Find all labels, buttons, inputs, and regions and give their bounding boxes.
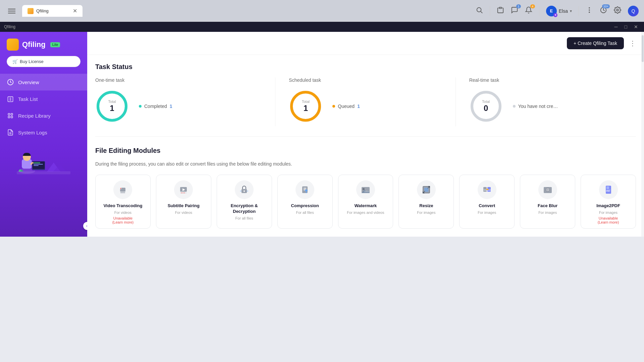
- message-icon[interactable]: 1: [511, 6, 518, 15]
- scheduled-task-stats: Queued 1: [332, 104, 360, 109]
- minimize-button[interactable]: ─: [612, 23, 620, 30]
- realtime-task-circle-area: Total 0 You have not cre…: [469, 89, 623, 123]
- video-transcoding-desc: For videos: [114, 210, 131, 215]
- completed-dot: [139, 105, 142, 108]
- sidebar-item-recipe-library[interactable]: Recipe Library: [0, 107, 87, 124]
- sidebar: Qfiling Lite 🛒 Buy License Overview Task…: [0, 32, 87, 237]
- history-badge: 10+: [602, 4, 610, 8]
- svg-rect-16: [11, 116, 13, 118]
- task-list-icon: [7, 95, 14, 103]
- content-area: Task Status One-time task Total: [87, 55, 644, 237]
- module-face-blur[interactable]: Face Blur For images: [520, 175, 575, 229]
- one-time-task-stats: Completed 1: [139, 104, 172, 109]
- cart-icon: 🛒: [12, 59, 18, 64]
- watermark-icon: WM: [356, 180, 375, 199]
- svg-rect-27: [17, 171, 70, 174]
- completed-label: Completed: [144, 104, 167, 109]
- svg-rect-2: [499, 7, 501, 9]
- video-transcoding-learn-more[interactable]: (Learn more): [112, 220, 134, 224]
- buy-license-button[interactable]: 🛒 Buy License: [7, 56, 80, 67]
- separator-3: [579, 6, 579, 16]
- module-image2pdf[interactable]: PDF Image2PDF For images Unavailable (Le…: [581, 175, 636, 229]
- image2pdf-learn-more[interactable]: (Learn more): [598, 220, 619, 224]
- queued-value: 1: [357, 104, 360, 109]
- sidebar-item-task-list[interactable]: Task List: [0, 90, 87, 107]
- sidebar-item-overview[interactable]: Overview: [0, 74, 87, 90]
- encryption-decryption-name: Encryption & Decryption: [220, 203, 268, 215]
- module-compression[interactable]: Compression For all files: [277, 175, 333, 229]
- svg-rect-14: [11, 113, 13, 115]
- convert-icon: IMG IMG: [478, 180, 496, 199]
- buy-license-label: Buy License: [20, 59, 44, 64]
- scheduled-task-circle-area: Total 1 Queued 1: [289, 89, 442, 123]
- svg-rect-24: [34, 163, 40, 163]
- svg-point-7: [616, 9, 619, 11]
- browser-toolbar: 1 4 E ★ Elsa ▾ 10+ Q: [476, 6, 639, 16]
- subtitle-pairing-icon: [174, 180, 193, 199]
- header-more-button[interactable]: ⋮: [629, 39, 636, 47]
- browser-tab[interactable]: Qfiling ✕: [22, 5, 83, 17]
- svg-text:PDF: PDF: [606, 190, 610, 192]
- module-resize[interactable]: Resize For images: [398, 175, 454, 229]
- browser-chrome: Qfiling ✕ 1 4 E ★ Elsa ▾: [0, 0, 644, 22]
- module-subtitle-pairing[interactable]: Subtitle Pairing For videos: [156, 175, 211, 229]
- main-content: + Create Qfiling Task ⋮ Task Status One-…: [87, 32, 644, 237]
- modules-description: During the filing process, you can also …: [95, 161, 636, 167]
- title-bar-text: Qfiling: [4, 24, 15, 29]
- scheduled-task-circle: Total 1: [289, 89, 322, 123]
- image2pdf-unavailable[interactable]: Unavailable: [599, 216, 618, 220]
- lite-badge: Lite: [50, 42, 60, 47]
- realtime-task-stats: You have not cre…: [513, 104, 558, 109]
- bell-icon[interactable]: 4: [525, 6, 532, 15]
- search-icon[interactable]: [476, 6, 483, 15]
- face-blur-desc: For images: [538, 210, 557, 215]
- realtime-task-label: Real-time task: [469, 77, 623, 83]
- convert-name: Convert: [479, 203, 495, 209]
- queued-stat: Queued 1: [332, 104, 360, 109]
- watermark-name: Watermark: [355, 203, 377, 209]
- overview-icon: [7, 78, 14, 86]
- sidebar-item-label-recipe-library: Recipe Library: [18, 113, 51, 119]
- task-status-grid: One-time task Total 1: [95, 77, 636, 126]
- scrollbar-track[interactable]: [641, 32, 644, 237]
- module-watermark[interactable]: WM Watermark For images and videos: [338, 175, 393, 229]
- compression-name: Compression: [291, 203, 319, 209]
- svg-point-35: [120, 188, 121, 189]
- close-button[interactable]: ✕: [632, 23, 640, 30]
- face-blur-name: Face Blur: [538, 203, 557, 209]
- module-video-transcoding[interactable]: Video Transcoding For videos Unavailable…: [95, 175, 151, 229]
- module-convert[interactable]: IMG IMG Convert For images: [459, 175, 515, 229]
- video-transcoding-icon: [113, 180, 132, 199]
- video-transcoding-unavailable[interactable]: Unavailable: [113, 216, 132, 220]
- tab-close-button[interactable]: ✕: [73, 8, 77, 14]
- sidebar-nav: Overview Task List Recipe Library System…: [0, 74, 87, 141]
- one-time-task-column: One-time task Total 1: [95, 77, 275, 126]
- user-section[interactable]: E ★ Elsa ▾: [546, 6, 572, 16]
- svg-rect-25: [34, 164, 43, 165]
- create-task-button[interactable]: + Create Qfiling Task: [567, 37, 624, 49]
- sidebar-item-system-logs[interactable]: System Logs: [0, 124, 87, 141]
- scrollbar-thumb[interactable]: [642, 35, 644, 62]
- svg-point-5: [589, 12, 590, 13]
- modules-grid: Video Transcoding For videos Unavailable…: [95, 175, 636, 229]
- user-profile-icon[interactable]: Q: [628, 6, 639, 16]
- svg-rect-26: [34, 165, 39, 166]
- crown-badge: ★: [553, 13, 557, 17]
- svg-point-4: [589, 10, 590, 10]
- message-badge: 1: [516, 4, 521, 8]
- scheduled-task-label: Scheduled task: [289, 77, 442, 83]
- face-blur-icon: [538, 180, 557, 199]
- module-encryption-decryption[interactable]: Encryption & Decryption For all files: [217, 175, 272, 229]
- realtime-task-circle: Total 0: [469, 89, 503, 123]
- user-name: Elsa: [559, 8, 568, 14]
- user-avatar: E ★: [546, 6, 557, 16]
- app-logo: [7, 39, 19, 51]
- settings-icon[interactable]: [614, 6, 621, 15]
- browser-menu-button[interactable]: [5, 6, 18, 16]
- history-icon[interactable]: 10+: [600, 6, 607, 15]
- svg-rect-44: [244, 191, 245, 192]
- system-logs-icon: [7, 129, 14, 136]
- maximize-button[interactable]: □: [623, 23, 629, 30]
- more-icon[interactable]: [586, 6, 593, 15]
- clipboard-icon[interactable]: [497, 6, 504, 15]
